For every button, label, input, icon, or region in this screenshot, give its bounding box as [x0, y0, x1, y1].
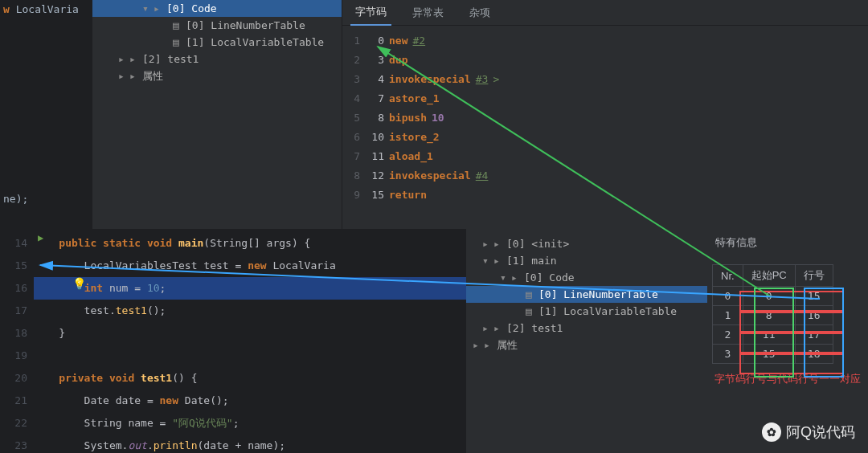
- chevron-right-icon[interactable]: ▸: [481, 322, 490, 334]
- bytecode-line[interactable]: 610 istore_2: [342, 127, 868, 146]
- tree-label: [2] test1: [142, 53, 199, 65]
- chevron-right-icon[interactable]: ▸: [117, 70, 126, 82]
- code-line-23[interactable]: System.out.println(date + name);: [34, 435, 466, 453]
- tree-label: 属性: [497, 338, 518, 353]
- tree-node-main[interactable]: ▾ ▸ [1] main: [466, 252, 707, 269]
- tree-node-init[interactable]: ▸ ▸ [0] <init>: [466, 235, 707, 252]
- intention-bulb-icon[interactable]: 💡: [72, 277, 86, 290]
- wechat-icon: ✿: [762, 422, 781, 442]
- gutter-line-number: 19: [0, 345, 27, 367]
- tree-node-props[interactable]: ▸ ▸ 属性: [466, 337, 707, 353]
- document-icon: ▤: [522, 288, 535, 300]
- tree-label: 属性: [142, 69, 163, 84]
- table-row[interactable]: 21117: [713, 325, 833, 345]
- tree-node-test1[interactable]: ▸ ▸ [2] test1: [92, 51, 342, 67]
- code-line-17[interactable]: test.test1();: [34, 300, 466, 322]
- bytecode-listing[interactable]: 10 new#223 dup34 invokespecial#3>47 asto…: [342, 26, 868, 204]
- folder-icon: ▸: [126, 70, 139, 82]
- bytecode-line[interactable]: 34 invokespecial#3>: [342, 69, 868, 88]
- info-title: 特有信息: [712, 235, 863, 250]
- bytecode-line[interactable]: 812 invokespecial#4: [342, 165, 868, 185]
- line-number-table[interactable]: Nr. 起始PC 行号 001518162111731518: [712, 264, 833, 364]
- tree-label: [0] Code: [524, 271, 575, 284]
- gutter-line-number: 15: [0, 255, 27, 277]
- classname: LocalVaria: [10, 3, 79, 15]
- col-line-number[interactable]: 行号: [795, 265, 833, 287]
- annotation-caption: 字节码行号与代码行号一一对应: [712, 372, 863, 386]
- tree-node-linenumbertable[interactable]: ▤ [0] LineNumberTable: [92, 17, 342, 34]
- tree-label: [0] <init>: [506, 238, 569, 250]
- chevron-down-icon[interactable]: ▾: [498, 271, 508, 284]
- tree-node-code[interactable]: ▾ ▸ [0] Code: [92, 0, 342, 17]
- tree-node-code[interactable]: ▾ ▸ [0] Code: [466, 269, 707, 286]
- code-line-16[interactable]: int num = 10;: [34, 277, 466, 300]
- watermark-text: 阿Q说代码: [786, 422, 855, 442]
- tree-label: [1] LocalVariableTable: [186, 36, 324, 48]
- editor-gutter: 1415161718192021222324: [0, 229, 34, 453]
- bytecode-line[interactable]: 58 bipush10: [342, 108, 868, 127]
- gutter-line-number: 17: [0, 300, 27, 322]
- chevron-right-icon[interactable]: ▸: [471, 339, 481, 351]
- tree-node-test1[interactable]: ▸ ▸ [2] test1: [466, 320, 707, 337]
- folder-icon: ▸: [490, 255, 503, 267]
- tree-label: [1] main: [506, 255, 557, 267]
- tree-node-localvariabletable[interactable]: ▤ [1] LocalVariableTable: [466, 303, 707, 320]
- chevron-down-icon[interactable]: ▾: [141, 2, 150, 14]
- fragment-line: w LocalVaria: [3, 3, 89, 15]
- bytecode-line[interactable]: 23 dup: [342, 50, 868, 69]
- tree-label: [0] LineNumberTable: [538, 288, 658, 300]
- folder-icon: ▸: [481, 339, 493, 351]
- document-icon: ▤: [522, 305, 535, 317]
- code-line-14[interactable]: public static void main(String[] args) {: [34, 232, 466, 255]
- tree-label: [0] LineNumberTable: [186, 19, 305, 31]
- keyword: w: [3, 3, 10, 15]
- code-line-20[interactable]: private void test1() {: [34, 367, 466, 390]
- line-number-info-panel: 特有信息 Nr. 起始PC 行号 001518162111731518 字节码行…: [707, 229, 868, 453]
- table-row[interactable]: 31518: [713, 345, 833, 364]
- bytecode-line[interactable]: 915 return: [342, 185, 868, 204]
- gutter-line-number: 16: [0, 277, 27, 300]
- bytecode-line[interactable]: 47 astore_1: [342, 88, 868, 108]
- tree-node-localvariabletable[interactable]: ▤ [1] LocalVariableTable: [92, 34, 342, 51]
- folder-icon: ▸: [490, 238, 503, 250]
- col-nr[interactable]: Nr.: [713, 265, 743, 287]
- tab-misc[interactable]: 杂项: [465, 1, 495, 25]
- gutter-line-number: 23: [0, 435, 27, 453]
- code-line-21[interactable]: Date date = new Date();: [34, 390, 466, 412]
- table-row[interactable]: 1816: [713, 306, 833, 325]
- fragment-line: ne);: [3, 193, 28, 205]
- code-line-19[interactable]: [34, 345, 466, 367]
- bytecode-tabs: 字节码 异常表 杂项: [342, 0, 868, 26]
- classfile-tree-top[interactable]: ▾ ▸ [0] Code ▤ [0] LineNumberTable ▤ [1]…: [92, 0, 342, 229]
- folder-icon: ▸: [490, 322, 503, 334]
- bytecode-line[interactable]: 711 aload_1: [342, 146, 868, 165]
- folder-icon: ▸: [508, 271, 521, 284]
- col-start-pc[interactable]: 起始PC: [743, 265, 795, 287]
- source-fragment-top: w LocalVaria ne);: [0, 0, 92, 229]
- bytecode-line[interactable]: 10 new#2: [342, 31, 868, 50]
- tab-bytecode[interactable]: 字节码: [350, 0, 391, 26]
- run-gutter-icon[interactable]: ▶: [38, 232, 43, 243]
- code-line-18[interactable]: }: [34, 322, 466, 345]
- folder-icon: ▸: [150, 2, 163, 14]
- chevron-right-icon[interactable]: ▸: [117, 53, 126, 65]
- code-line-22[interactable]: String name = "阿Q说代码";: [34, 412, 466, 435]
- classfile-tree-bottom[interactable]: ▸ ▸ [0] <init> ▾ ▸ [1] main ▾ ▸ [0] Code…: [466, 229, 707, 453]
- gutter-line-number: 20: [0, 367, 27, 390]
- tree-node-props[interactable]: ▸ ▸ 属性: [92, 67, 342, 84]
- chevron-down-icon[interactable]: ▾: [481, 255, 490, 267]
- tree-label: [2] test1: [506, 322, 563, 334]
- code-line-15[interactable]: LocalVariablesTest test = new LocalVaria: [34, 255, 466, 277]
- chevron-right-icon[interactable]: ▸: [481, 238, 490, 250]
- tree-node-linenumbertable[interactable]: ▤ [0] LineNumberTable: [466, 286, 707, 303]
- gutter-line-number: 14: [0, 232, 27, 255]
- tab-exception-table[interactable]: 异常表: [407, 1, 448, 25]
- gutter-line-number: 21: [0, 390, 27, 412]
- gutter-line-number: 18: [0, 322, 27, 345]
- document-icon: ▤: [170, 19, 182, 31]
- document-icon: ▤: [170, 36, 182, 48]
- code-editor[interactable]: 1415161718192021222324 public static voi…: [0, 229, 466, 453]
- editor-lines[interactable]: public static void main(String[] args) {…: [34, 229, 466, 453]
- table-row[interactable]: 0015: [713, 287, 833, 306]
- watermark: ✿ 阿Q说代码: [762, 422, 855, 442]
